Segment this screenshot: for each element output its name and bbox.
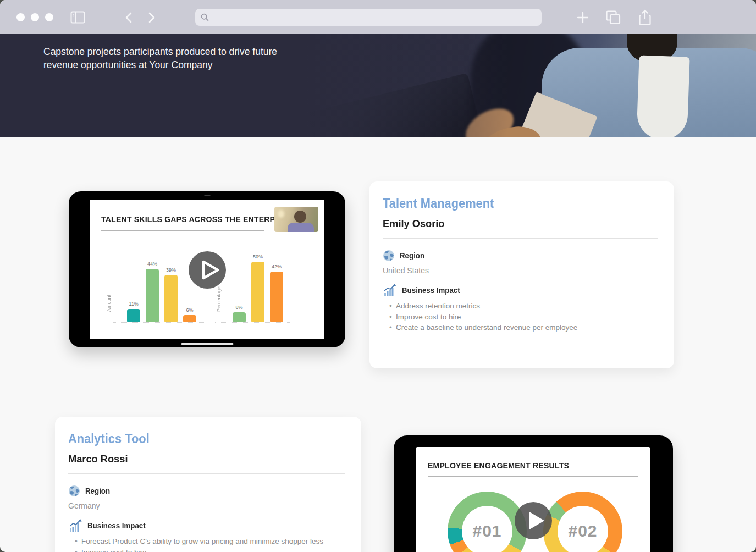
y-axis-label: Amount: [106, 295, 112, 312]
tablet-video-talent-skills: TALENT SKILLS GAPS ACROSS THE ENTERPRISE…: [69, 191, 345, 347]
bar: 8%: [233, 305, 246, 322]
bar-value-label: 8%: [235, 305, 242, 310]
impact-item: Improve cost to hire: [75, 548, 345, 552]
search-input[interactable]: [209, 9, 542, 26]
business-impact-label: Business Impact: [402, 286, 460, 295]
bar-value-label: 44%: [147, 261, 157, 267]
sidebar-toggle-icon[interactable]: [70, 11, 85, 24]
bar: 39%: [164, 267, 178, 322]
window-dot-minimize[interactable]: [31, 13, 39, 21]
plus-icon[interactable]: [576, 11, 589, 24]
presenter-head: [294, 211, 306, 223]
region-value: Germany: [68, 501, 345, 510]
globe-icon: [383, 250, 395, 262]
profile-card-analytics-tool: Analytics Tool Marco Rossi Region German…: [55, 417, 361, 552]
business-impact-chart-icon: [383, 283, 397, 297]
video-slide-talent-skills: TALENT SKILLS GAPS ACROSS THE ENTERPRISE…: [90, 200, 324, 339]
chevron-left-icon[interactable]: [124, 12, 133, 24]
bar-value-label: 42%: [272, 264, 282, 269]
browser-window: Capstone projects participants produced …: [0, 0, 756, 552]
donut-chart-02: #02: [543, 492, 622, 552]
impact-item: Improve cost to hire: [389, 312, 658, 322]
impact-item: Address retention metrics: [389, 301, 658, 311]
region-row: Region: [383, 250, 658, 262]
video-slide-engagement: EMPLOYEE ENGAGEMENT RESULTS #01 #02: [416, 447, 650, 552]
bar-value-label: 50%: [253, 254, 263, 260]
globe-icon: [68, 485, 80, 497]
card-divider: [68, 473, 345, 474]
region-value: United States: [383, 266, 658, 275]
slide-title: TALENT SKILLS GAPS ACROSS THE ENTERPRISE: [101, 214, 294, 224]
slide-title: EMPLOYEE ENGAGEMENT RESULTS: [428, 461, 569, 470]
chevron-right-icon[interactable]: [147, 12, 156, 24]
tablet-home-indicator: [181, 343, 233, 345]
hero-photo: [305, 34, 756, 137]
donut-label: #01: [472, 522, 501, 540]
region-row: Region: [68, 485, 345, 497]
hero-text: Capstone projects participants produced …: [43, 45, 305, 71]
slide-title-underline: [101, 230, 264, 231]
bar: 42%: [270, 264, 283, 322]
share-icon[interactable]: [638, 9, 652, 26]
play-button[interactable]: [189, 251, 226, 289]
card-person-name: Emily Osorio: [383, 218, 647, 230]
play-button[interactable]: [515, 502, 552, 539]
bar-value-label: 11%: [129, 301, 138, 307]
business-impact-row: Business Impact: [68, 518, 345, 533]
window-dot-maximize[interactable]: [45, 13, 53, 21]
bar: 11%: [127, 301, 140, 322]
business-impact-list: Address retention metricsImprove cost to…: [383, 301, 658, 333]
presenter-shirt: [288, 223, 314, 232]
card-category: Analytics Tool: [68, 432, 331, 446]
business-impact-list: Forecast Product C's ability to grow via…: [68, 537, 345, 552]
bar: 44%: [146, 261, 159, 322]
bar-chart-percentage: 8%50%42%: [215, 254, 290, 323]
donut-label: #02: [568, 522, 597, 540]
bar-value-label: 6%: [186, 307, 193, 313]
region-label: Region: [400, 251, 424, 260]
card-category: Talent Management: [383, 196, 644, 211]
impact-item: Forecast Product C's ability to grow via…: [75, 537, 345, 547]
business-impact-label: Business Impact: [87, 521, 146, 530]
card-person-name: Marco Rossi: [68, 453, 334, 465]
profile-card-talent-management: Talent Management Emily Osorio Region Un…: [369, 181, 674, 368]
play-triangle-icon: [189, 251, 226, 289]
region-label: Region: [85, 487, 110, 495]
bar: 6%: [183, 307, 196, 322]
bar-value-label: 39%: [166, 267, 176, 273]
card-divider: [383, 238, 658, 239]
tablet-camera-dot: [204, 195, 210, 196]
business-impact-row: Business Impact: [383, 283, 658, 297]
tablet-video-employee-engagement: EMPLOYEE ENGAGEMENT RESULTS #01 #02: [394, 435, 673, 552]
play-triangle-icon: [515, 502, 552, 539]
hero-banner: Capstone projects participants produced …: [0, 34, 756, 137]
magnifier-icon: [201, 13, 209, 21]
business-impact-chart-icon: [68, 518, 82, 533]
tabs-overview-icon[interactable]: [606, 10, 621, 25]
window-dot-close[interactable]: [16, 13, 25, 21]
slide-title-underline: [428, 476, 638, 477]
bar: 50%: [251, 254, 264, 322]
hero-photo-overlay: [305, 34, 756, 137]
address-search-field[interactable]: [195, 9, 542, 26]
impact-item: Create a baseline to understand revenue …: [389, 323, 658, 333]
browser-toolbar: [0, 0, 756, 34]
presenter-webcam-thumbnail: [274, 207, 318, 232]
